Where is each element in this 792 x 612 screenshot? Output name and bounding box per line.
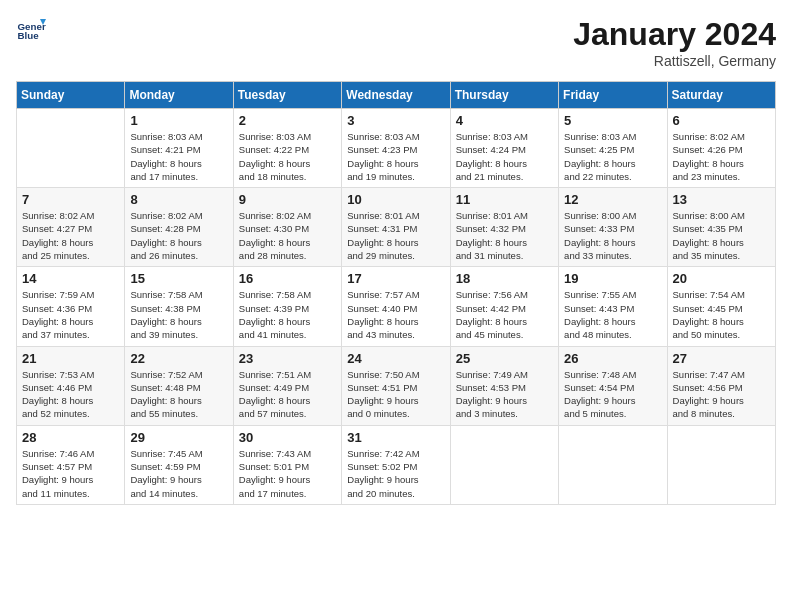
calendar-cell: 6Sunrise: 8:02 AMSunset: 4:26 PMDaylight… [667, 109, 775, 188]
day-info: Sunrise: 7:51 AMSunset: 4:49 PMDaylight:… [239, 368, 336, 421]
title-block: January 2024 Rattiszell, Germany [573, 16, 776, 69]
calendar-cell: 5Sunrise: 8:03 AMSunset: 4:25 PMDaylight… [559, 109, 667, 188]
calendar-cell: 31Sunrise: 7:42 AMSunset: 5:02 PMDayligh… [342, 425, 450, 504]
day-info: Sunrise: 7:58 AMSunset: 4:39 PMDaylight:… [239, 288, 336, 341]
day-info: Sunrise: 7:55 AMSunset: 4:43 PMDaylight:… [564, 288, 661, 341]
day-number: 30 [239, 430, 336, 445]
calendar-cell: 20Sunrise: 7:54 AMSunset: 4:45 PMDayligh… [667, 267, 775, 346]
day-info: Sunrise: 7:58 AMSunset: 4:38 PMDaylight:… [130, 288, 227, 341]
calendar-cell [667, 425, 775, 504]
day-info: Sunrise: 8:03 AMSunset: 4:25 PMDaylight:… [564, 130, 661, 183]
calendar-cell: 15Sunrise: 7:58 AMSunset: 4:38 PMDayligh… [125, 267, 233, 346]
header-wednesday: Wednesday [342, 82, 450, 109]
calendar-cell: 16Sunrise: 7:58 AMSunset: 4:39 PMDayligh… [233, 267, 341, 346]
calendar-cell: 22Sunrise: 7:52 AMSunset: 4:48 PMDayligh… [125, 346, 233, 425]
calendar-cell: 18Sunrise: 7:56 AMSunset: 4:42 PMDayligh… [450, 267, 558, 346]
day-info: Sunrise: 7:59 AMSunset: 4:36 PMDaylight:… [22, 288, 119, 341]
calendar-cell: 7Sunrise: 8:02 AMSunset: 4:27 PMDaylight… [17, 188, 125, 267]
calendar-cell: 9Sunrise: 8:02 AMSunset: 4:30 PMDaylight… [233, 188, 341, 267]
day-info: Sunrise: 8:01 AMSunset: 4:31 PMDaylight:… [347, 209, 444, 262]
calendar-cell: 30Sunrise: 7:43 AMSunset: 5:01 PMDayligh… [233, 425, 341, 504]
day-info: Sunrise: 8:03 AMSunset: 4:22 PMDaylight:… [239, 130, 336, 183]
day-info: Sunrise: 7:57 AMSunset: 4:40 PMDaylight:… [347, 288, 444, 341]
calendar-cell: 26Sunrise: 7:48 AMSunset: 4:54 PMDayligh… [559, 346, 667, 425]
calendar-cell: 23Sunrise: 7:51 AMSunset: 4:49 PMDayligh… [233, 346, 341, 425]
header-sunday: Sunday [17, 82, 125, 109]
calendar-cell [559, 425, 667, 504]
calendar-cell: 27Sunrise: 7:47 AMSunset: 4:56 PMDayligh… [667, 346, 775, 425]
day-number: 12 [564, 192, 661, 207]
calendar-cell: 14Sunrise: 7:59 AMSunset: 4:36 PMDayligh… [17, 267, 125, 346]
day-number: 23 [239, 351, 336, 366]
calendar-cell: 28Sunrise: 7:46 AMSunset: 4:57 PMDayligh… [17, 425, 125, 504]
header-tuesday: Tuesday [233, 82, 341, 109]
day-number: 21 [22, 351, 119, 366]
day-number: 14 [22, 271, 119, 286]
logo: General Blue General Blue [16, 16, 46, 46]
calendar-cell: 13Sunrise: 8:00 AMSunset: 4:35 PMDayligh… [667, 188, 775, 267]
day-info: Sunrise: 8:02 AMSunset: 4:27 PMDaylight:… [22, 209, 119, 262]
day-info: Sunrise: 8:02 AMSunset: 4:30 PMDaylight:… [239, 209, 336, 262]
weekday-header-row: Sunday Monday Tuesday Wednesday Thursday… [17, 82, 776, 109]
calendar-week-row: 28Sunrise: 7:46 AMSunset: 4:57 PMDayligh… [17, 425, 776, 504]
day-info: Sunrise: 8:03 AMSunset: 4:24 PMDaylight:… [456, 130, 553, 183]
calendar-cell: 17Sunrise: 7:57 AMSunset: 4:40 PMDayligh… [342, 267, 450, 346]
calendar-cell [17, 109, 125, 188]
day-number: 1 [130, 113, 227, 128]
calendar-cell: 19Sunrise: 7:55 AMSunset: 4:43 PMDayligh… [559, 267, 667, 346]
header-friday: Friday [559, 82, 667, 109]
day-info: Sunrise: 7:47 AMSunset: 4:56 PMDaylight:… [673, 368, 770, 421]
day-info: Sunrise: 7:52 AMSunset: 4:48 PMDaylight:… [130, 368, 227, 421]
day-info: Sunrise: 7:43 AMSunset: 5:01 PMDaylight:… [239, 447, 336, 500]
calendar-week-row: 7Sunrise: 8:02 AMSunset: 4:27 PMDaylight… [17, 188, 776, 267]
day-number: 4 [456, 113, 553, 128]
calendar-cell: 8Sunrise: 8:02 AMSunset: 4:28 PMDaylight… [125, 188, 233, 267]
day-info: Sunrise: 8:02 AMSunset: 4:28 PMDaylight:… [130, 209, 227, 262]
day-info: Sunrise: 8:03 AMSunset: 4:21 PMDaylight:… [130, 130, 227, 183]
day-number: 11 [456, 192, 553, 207]
day-info: Sunrise: 7:46 AMSunset: 4:57 PMDaylight:… [22, 447, 119, 500]
day-number: 10 [347, 192, 444, 207]
day-number: 20 [673, 271, 770, 286]
day-number: 19 [564, 271, 661, 286]
day-number: 9 [239, 192, 336, 207]
day-number: 26 [564, 351, 661, 366]
header-monday: Monday [125, 82, 233, 109]
location-title: Rattiszell, Germany [573, 53, 776, 69]
day-info: Sunrise: 7:49 AMSunset: 4:53 PMDaylight:… [456, 368, 553, 421]
calendar-cell: 24Sunrise: 7:50 AMSunset: 4:51 PMDayligh… [342, 346, 450, 425]
day-number: 24 [347, 351, 444, 366]
calendar-cell: 3Sunrise: 8:03 AMSunset: 4:23 PMDaylight… [342, 109, 450, 188]
day-info: Sunrise: 7:53 AMSunset: 4:46 PMDaylight:… [22, 368, 119, 421]
day-number: 8 [130, 192, 227, 207]
day-info: Sunrise: 8:01 AMSunset: 4:32 PMDaylight:… [456, 209, 553, 262]
calendar-cell: 25Sunrise: 7:49 AMSunset: 4:53 PMDayligh… [450, 346, 558, 425]
calendar-cell: 29Sunrise: 7:45 AMSunset: 4:59 PMDayligh… [125, 425, 233, 504]
calendar-cell: 2Sunrise: 8:03 AMSunset: 4:22 PMDaylight… [233, 109, 341, 188]
day-number: 18 [456, 271, 553, 286]
day-info: Sunrise: 7:50 AMSunset: 4:51 PMDaylight:… [347, 368, 444, 421]
calendar-cell: 21Sunrise: 7:53 AMSunset: 4:46 PMDayligh… [17, 346, 125, 425]
day-number: 28 [22, 430, 119, 445]
day-number: 13 [673, 192, 770, 207]
header-thursday: Thursday [450, 82, 558, 109]
day-number: 5 [564, 113, 661, 128]
calendar-cell: 11Sunrise: 8:01 AMSunset: 4:32 PMDayligh… [450, 188, 558, 267]
svg-text:Blue: Blue [18, 30, 40, 41]
calendar-cell [450, 425, 558, 504]
day-number: 16 [239, 271, 336, 286]
day-number: 15 [130, 271, 227, 286]
calendar-week-row: 14Sunrise: 7:59 AMSunset: 4:36 PMDayligh… [17, 267, 776, 346]
day-number: 3 [347, 113, 444, 128]
header-saturday: Saturday [667, 82, 775, 109]
month-title: January 2024 [573, 16, 776, 53]
day-info: Sunrise: 7:48 AMSunset: 4:54 PMDaylight:… [564, 368, 661, 421]
calendar-cell: 10Sunrise: 8:01 AMSunset: 4:31 PMDayligh… [342, 188, 450, 267]
day-number: 22 [130, 351, 227, 366]
day-info: Sunrise: 7:56 AMSunset: 4:42 PMDaylight:… [456, 288, 553, 341]
day-info: Sunrise: 8:03 AMSunset: 4:23 PMDaylight:… [347, 130, 444, 183]
calendar-table: Sunday Monday Tuesday Wednesday Thursday… [16, 81, 776, 505]
day-number: 6 [673, 113, 770, 128]
day-number: 29 [130, 430, 227, 445]
day-number: 27 [673, 351, 770, 366]
